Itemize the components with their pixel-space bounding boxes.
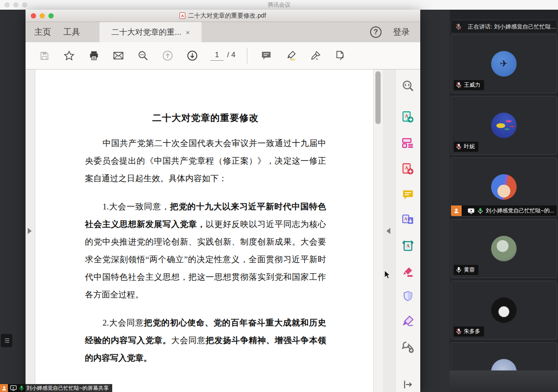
panel-footer (450, 370, 558, 392)
participant-tile[interactable]: ✈ 王威力 (451, 34, 557, 93)
meeting-app-titlebar: 腾讯会议 (0, 0, 558, 10)
fill-sign-icon[interactable] (401, 315, 415, 328)
speaking-banner-text: 正在讲话: 刘小婵感觉自己忙忙哒... (468, 23, 556, 31)
screen-share-banner: 刘小婵感觉自己忙忙哒~的屏幕共享 (0, 384, 112, 392)
highlight-icon[interactable] (285, 50, 297, 62)
comment-tool-icon[interactable] (401, 188, 415, 201)
tab-tools[interactable]: 工具 (57, 22, 86, 42)
participant-name: 叶妮 (464, 143, 475, 150)
expand-nav-icon[interactable] (28, 228, 32, 234)
avatar (491, 113, 517, 138)
mic-muted-icon (455, 23, 462, 30)
participant-tile[interactable]: 黄蓉 (451, 219, 557, 278)
avatar (491, 297, 517, 323)
document-scrollbar[interactable] (373, 70, 383, 392)
participant-name: 朱多多 (464, 328, 481, 335)
mic-muted-icon (456, 143, 462, 150)
sign-pen-icon[interactable] (310, 50, 321, 62)
participant-name: 刘小婵感觉自己忙忙哒~的... (486, 207, 554, 215)
create-pdf-icon[interactable]: A (401, 162, 415, 176)
pdf-titlebar[interactable]: A 二十大对党章的重要修改.pdf (26, 10, 420, 22)
pdf-window-title: A 二十大对党章的重要修改.pdf (26, 12, 420, 20)
meeting-sidebar: 正在讲话: 刘小婵感觉自己忙忙哒... ✈ 王威力 叶妮 (450, 10, 558, 392)
participant-label: 刘小婵感觉自己忙忙哒~的... (451, 205, 557, 216)
screen-share-icon (10, 385, 17, 391)
host-badge-icon (0, 384, 8, 392)
document-title: 二十大对党章的重要修改 (85, 112, 326, 124)
pdf-window-title-text: 二十大对党章的重要修改.pdf (188, 12, 266, 20)
speaking-banner: 正在讲话: 刘小婵感觉自己忙忙哒... (451, 20, 557, 33)
screen-share-icon (467, 208, 475, 214)
pdf-file-icon: A (180, 12, 185, 19)
export-pdf-icon[interactable]: A (401, 110, 415, 124)
page-number-input[interactable]: 1 (210, 51, 224, 61)
tools-panel-gutter (383, 70, 395, 392)
participant-label: 黄蓉 (454, 265, 478, 275)
open-panel-icon[interactable] (401, 379, 415, 390)
host-badge-icon (451, 205, 462, 216)
participant-list-button[interactable] (1, 334, 12, 347)
avatar: ✈ (491, 51, 517, 77)
pdf-toolbar: 1 / 4 (26, 42, 420, 70)
avatar (491, 174, 517, 200)
tools-rail: A A A A (395, 70, 420, 392)
edit-document-icon[interactable] (334, 50, 346, 62)
more-tools-icon[interactable] (401, 341, 415, 354)
svg-text:A: A (404, 216, 407, 221)
participant-tiles: ✈ 王威力 叶妮 刘小婵感觉自己忙忙哒~的... (451, 34, 557, 370)
document-tab[interactable]: 二十大对党章的重... × (99, 22, 202, 42)
email-icon[interactable] (113, 50, 124, 62)
app-title: 腾讯会议 (0, 1, 558, 9)
star-icon[interactable] (63, 50, 75, 62)
doc-paragraph: 2.大会同意把党的初心使命、党的百年奋斗重大成就和历史经验的内容写入党章。大会同… (85, 314, 326, 367)
avatar (491, 359, 517, 370)
share-banner-text: 刘小婵感觉自己忙忙哒~的屏幕共享 (26, 385, 109, 392)
scrollbar-thumb[interactable] (375, 71, 381, 124)
mic-on-icon (456, 267, 462, 273)
document-tab-label: 二十大对党章的重... (111, 27, 181, 37)
tab-close-icon[interactable]: × (186, 29, 190, 36)
participant-tile[interactable] (451, 342, 557, 370)
mic-muted-icon (456, 328, 462, 335)
tab-home[interactable]: 主页 (28, 22, 57, 42)
participant-label: 叶妮 (454, 142, 478, 152)
combine-files-icon[interactable]: A (401, 213, 415, 227)
mouse-cursor (384, 270, 392, 280)
mic-on-icon (477, 208, 483, 214)
compress-pdf-icon[interactable]: A (401, 239, 415, 253)
page-total: / 4 (227, 51, 235, 59)
participant-tile[interactable]: 朱多多 (451, 281, 557, 340)
page-indicator: 1 / 4 (210, 51, 235, 61)
participant-tile[interactable]: 刘小婵感觉自己忙忙哒~的... (451, 158, 557, 216)
save-icon[interactable] (39, 50, 50, 62)
comment-icon[interactable] (261, 50, 272, 62)
mic-on-icon (19, 385, 24, 391)
organize-pages-icon[interactable] (401, 136, 415, 150)
doc-paragraph: 1.大会一致同意，把党的十九大以来习近平新时代中国特色社会主义思想新发展写入党章… (85, 198, 326, 304)
find-icon[interactable] (401, 79, 415, 92)
participant-name: 黄蓉 (464, 266, 475, 274)
participant-tile[interactable]: 叶妮 (451, 96, 557, 155)
document-page[interactable]: 二十大对党章的重要修改 中国共产党第二十次全国代表大会审议并一致通过十九届中央委… (35, 70, 373, 392)
svg-text:A: A (406, 243, 410, 248)
participant-label: 朱多多 (454, 326, 484, 337)
print-icon[interactable] (88, 50, 99, 62)
document-text: 二十大对党章的重要修改 中国共产党第二十次全国代表大会审议并一致通过十九届中央委… (85, 70, 326, 392)
search-icon[interactable] (137, 50, 149, 62)
screen-share-stage: A 二十大对党章的重要修改.pdf 主页 工具 二十大对党章的重... × ? … (0, 10, 450, 392)
previous-page-icon[interactable] (162, 50, 173, 62)
participant-name: 王威力 (464, 81, 481, 89)
help-icon[interactable]: ? (370, 26, 382, 38)
mic-muted-icon (456, 82, 462, 88)
login-button[interactable]: 登录 (393, 26, 410, 38)
toolbar-divider (247, 48, 247, 64)
collapse-tools-icon[interactable] (386, 228, 390, 234)
doc-paragraph: 中国共产党第二十次全国代表大会审议并一致通过十九届中央委员会提出的《中国共产党章… (85, 135, 326, 187)
pdf-window: A 二十大对党章的重要修改.pdf 主页 工具 二十大对党章的重... × ? … (26, 10, 420, 392)
nav-pane-strip[interactable] (26, 70, 35, 392)
next-page-icon[interactable] (187, 50, 198, 62)
redact-icon[interactable] (401, 265, 415, 278)
protect-icon[interactable] (401, 290, 415, 302)
participant-label: 王威力 (454, 80, 484, 90)
pdf-content-area: 二十大对党章的重要修改 中国共产党第二十次全国代表大会审议并一致通过十九届中央委… (26, 70, 420, 392)
